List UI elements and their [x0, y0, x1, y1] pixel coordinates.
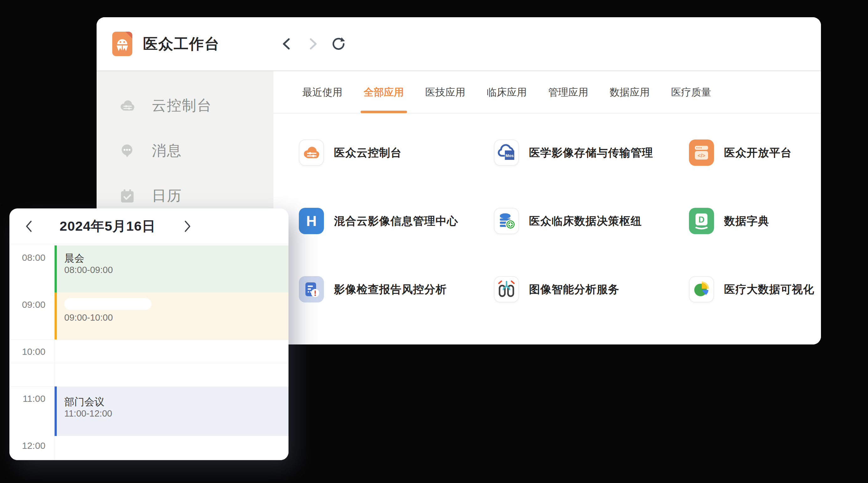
tab-clinical-apps[interactable]: 临床应用 [487, 85, 527, 99]
lungs-ai-icon [496, 279, 517, 299]
content-area: 最近使用 全部应用 医技应用 临床应用 管理应用 数据应用 医疗质量 [274, 71, 821, 345]
time-label: 12:00 [9, 440, 45, 451]
app-cloud-console[interactable]: 医众云控制台 [299, 139, 494, 166]
app-label: 医众临床数据决策枢纽 [529, 214, 642, 228]
app-title: 医众工作台 [143, 34, 220, 54]
cloud-console-icon [119, 97, 135, 114]
time-label: 10:00 [9, 346, 45, 357]
grid-line [9, 363, 288, 363]
open-platform-icon: </> [691, 142, 712, 163]
app-report-risk-analysis[interactable]: 影像检查报告风控分析 [299, 276, 494, 302]
refresh-icon [331, 37, 346, 51]
app-data-dictionary[interactable]: D 数据字典 [689, 208, 821, 234]
app-category-tabs: 最近使用 全部应用 医技应用 临床应用 管理应用 数据应用 医疗质量 [274, 71, 821, 114]
cloud-console-icon [302, 145, 321, 160]
refresh-button[interactable] [331, 37, 346, 51]
tab-all-apps[interactable]: 全部应用 [364, 85, 404, 99]
app-big-data-visualization[interactable]: 医疗大数据可视化 [689, 276, 821, 302]
app-label: 医众云控制台 [334, 146, 402, 160]
sidebar-item-messages[interactable]: 消息 [119, 142, 274, 159]
event-time: 09:00-10:00 [64, 313, 288, 323]
app-open-platform[interactable]: </> 医众开放平台 [689, 139, 821, 166]
app-label: 医学影像存储与传输管理 [529, 146, 653, 160]
calendar-day-grid: 08:00 09:00 10:00 11:00 12:00 晨会 08:00-0… [9, 244, 288, 460]
calendar-prev-button[interactable] [23, 219, 35, 234]
tab-medtech-apps[interactable]: 医技应用 [425, 85, 465, 99]
message-bubble-icon [119, 142, 135, 159]
window-header: 医众工作台 [97, 17, 821, 71]
event-time: 08:00-09:00 [64, 265, 288, 275]
time-label: 08:00 [9, 252, 45, 263]
tab-management-apps[interactable]: 管理应用 [548, 85, 588, 99]
chevron-right-icon [183, 220, 192, 233]
app-image-ai-analysis[interactable]: 图像智能分析服务 [494, 276, 689, 302]
event-time: 11:00-12:00 [64, 409, 288, 419]
hybrid-cloud-icon: H [306, 213, 316, 229]
time-label: 09:00 [9, 299, 45, 310]
calendar-check-icon [119, 188, 135, 204]
tab-recently-used[interactable]: 最近使用 [302, 85, 342, 99]
clinical-data-hub-icon [497, 211, 516, 231]
app-hybrid-cloud-imaging[interactable]: H 混合云影像信息管理中心 [299, 208, 494, 234]
chevron-right-icon [306, 37, 319, 51]
event-title: 部门会议 [64, 396, 288, 408]
sidebar-item-calendar[interactable]: 日历 [119, 188, 274, 204]
event-title-redacted-pill [64, 298, 151, 310]
event-title: 晨会 [64, 252, 288, 264]
svg-text:Mos: Mos [505, 153, 514, 158]
app-grid: 医众云控制台 Mos 医学影像存储与传输管理 [299, 139, 821, 345]
calendar-next-button[interactable] [181, 219, 194, 234]
grid-line [9, 459, 288, 459]
calendar-event-redacted[interactable]: 09:00-10:00 [55, 292, 288, 340]
sidebar-item-cloud-console[interactable]: 云控制台 [119, 97, 274, 114]
back-button[interactable] [280, 37, 294, 51]
sidebar-item-label: 云控制台 [152, 96, 212, 115]
app-label: 图像智能分析服务 [529, 282, 619, 297]
big-data-pie-icon [692, 280, 711, 299]
app-label: 医疗大数据可视化 [724, 282, 814, 297]
app-clinical-data-hub[interactable]: 医众临床数据决策枢纽 [494, 208, 689, 234]
tab-data-apps[interactable]: 数据应用 [610, 85, 650, 99]
chevron-left-icon [25, 220, 33, 233]
app-logo-mascot-icon [112, 32, 132, 56]
calendar-date-title: 2024年5月16日 [60, 217, 156, 235]
svg-text:D: D [699, 215, 705, 224]
calendar-header: 2024年5月16日 [9, 208, 288, 244]
sidebar-item-label: 日历 [152, 186, 182, 205]
calendar-event-department-meeting[interactable]: 部门会议 11:00-12:00 [55, 386, 288, 436]
mos-cloud-icon: Mos [496, 142, 517, 163]
chevron-left-icon [280, 37, 294, 51]
grid-line [9, 340, 288, 340]
app-label: 混合云影像信息管理中心 [334, 214, 458, 228]
svg-text:</>: </> [698, 153, 706, 159]
screenshot-canvas: 医众工作台 [0, 0, 868, 483]
calendar-event-morning-meeting[interactable]: 晨会 08:00-09:00 [55, 246, 288, 292]
report-risk-icon [302, 280, 321, 299]
forward-button[interactable] [305, 37, 320, 51]
tab-medical-quality[interactable]: 医疗质量 [671, 85, 711, 99]
app-label: 影像检查报告风控分析 [334, 282, 447, 297]
app-medical-image-storage[interactable]: Mos 医学影像存储与传输管理 [494, 139, 689, 166]
calendar-panel: 2024年5月16日 08:00 09:00 10:00 11:00 12:00… [9, 208, 288, 460]
app-label: 医众开放平台 [724, 146, 792, 160]
sidebar-item-label: 消息 [152, 141, 182, 160]
time-label: 11:00 [9, 393, 45, 404]
window-nav [280, 17, 346, 70]
app-label: 数据字典 [724, 214, 769, 228]
data-dictionary-icon: D [691, 211, 712, 231]
